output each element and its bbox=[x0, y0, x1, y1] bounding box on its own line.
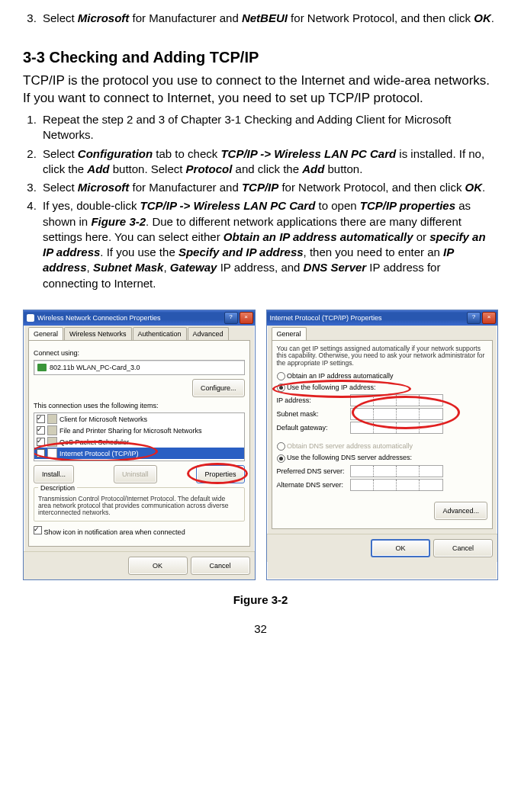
uninstall-button: Uninstall bbox=[114, 465, 157, 483]
subnet-row: Subnet mask: bbox=[277, 408, 488, 420]
pdns-input[interactable] bbox=[350, 465, 443, 477]
description-text: Transmission Control Protocol/Internet P… bbox=[38, 496, 240, 517]
panel-2: You can get IP settings assigned automat… bbox=[272, 340, 494, 529]
titlebar-1: Wireless Network Connection Properties ?… bbox=[24, 310, 255, 326]
checkbox-icon[interactable] bbox=[37, 415, 45, 423]
steps-list: Repeat the step 2 and 3 of Chapter 3-1 C… bbox=[23, 112, 498, 291]
tab-auth[interactable]: Authentication bbox=[133, 327, 187, 340]
description-group: Description Transmission Control Protoco… bbox=[34, 487, 245, 521]
list-item-selected[interactable]: Internet Protocol (TCP/IP) bbox=[34, 448, 244, 459]
configure-button[interactable]: Configure... bbox=[192, 379, 245, 397]
list-item[interactable]: File and Printer Sharing for Microsoft N… bbox=[34, 425, 244, 436]
adapter-name: 802.11b WLAN_PC-Card_3.0 bbox=[50, 363, 140, 372]
ip-input[interactable] bbox=[350, 394, 443, 406]
bottombar-2: OK Cancel bbox=[267, 534, 498, 562]
radio-obtain-ip[interactable]: Obtain an IP address automatically bbox=[277, 371, 488, 380]
subnet-input[interactable] bbox=[350, 408, 443, 420]
list-item[interactable]: Client for Microsoft Networks bbox=[34, 413, 244, 425]
show-icon-row[interactable]: Show icon in notification area when conn… bbox=[34, 526, 245, 537]
bottombar-1: OK Cancel bbox=[24, 551, 255, 579]
checkbox-icon[interactable] bbox=[37, 438, 45, 446]
window-title-2: Internet Protocol (TCP/IP) Properties bbox=[270, 313, 382, 323]
titlebar-2: Internet Protocol (TCP/IP) Properties ? … bbox=[267, 310, 498, 326]
client-icon bbox=[47, 414, 57, 424]
radio-icon[interactable] bbox=[277, 454, 285, 463]
protocol-icon bbox=[47, 448, 57, 458]
pdns-row: Preferred DNS server: bbox=[277, 465, 488, 477]
radio-label: Use the following DNS server addresses: bbox=[287, 454, 412, 461]
tab-general[interactable]: General bbox=[28, 327, 63, 340]
cancel-button[interactable]: Cancel bbox=[433, 539, 493, 557]
radio-label: Obtain an IP address automatically bbox=[287, 372, 393, 380]
step-2: Select Configuration tab to check TCP/IP… bbox=[40, 146, 498, 178]
connect-using-label: Connect using: bbox=[34, 348, 245, 358]
checkbox-icon[interactable] bbox=[37, 426, 45, 435]
gateway-input[interactable] bbox=[350, 422, 443, 434]
adns-input[interactable] bbox=[350, 479, 443, 491]
adapter-icon bbox=[37, 364, 47, 371]
tabs-1: General Wireless Networks Authentication… bbox=[28, 327, 250, 340]
tabs-2: General bbox=[272, 327, 494, 340]
radio-use-ip[interactable]: Use the following IP address: bbox=[277, 383, 488, 392]
tab-advanced[interactable]: Advanced bbox=[188, 327, 229, 340]
step-3: Select Microsoft for Manufacturer and TC… bbox=[40, 180, 498, 195]
prev-steps-list: Select Microsoft for Manufacturer and Ne… bbox=[23, 11, 498, 26]
tab-general-2[interactable]: General bbox=[272, 327, 307, 340]
ip-row: IP address: bbox=[277, 394, 488, 406]
step-4: If yes, double-click TCP/IP -> Wireless … bbox=[40, 198, 498, 291]
cancel-button[interactable]: Cancel bbox=[191, 557, 250, 575]
radio-icon[interactable] bbox=[277, 384, 285, 392]
tab-wireless[interactable]: Wireless Networks bbox=[64, 327, 132, 340]
close-button[interactable]: × bbox=[240, 312, 253, 324]
advanced-button[interactable]: Advanced... bbox=[434, 502, 487, 520]
service-icon bbox=[47, 437, 57, 447]
radio-icon[interactable] bbox=[277, 372, 285, 380]
figure-caption: Figure 3-2 bbox=[23, 592, 498, 608]
gateway-row: Default gateway: bbox=[277, 422, 488, 434]
ok-button[interactable]: OK bbox=[371, 539, 430, 557]
properties-button[interactable]: Properties bbox=[196, 465, 244, 483]
prev-step-3: Select Microsoft for Manufacturer and Ne… bbox=[40, 11, 498, 26]
help-button[interactable]: ? bbox=[467, 312, 481, 324]
section-heading: 3-3 Checking and Adding TCP/IP bbox=[23, 47, 498, 68]
radio-icon bbox=[277, 442, 285, 451]
radio-obtain-dns: Obtain DNS server address automatically bbox=[277, 441, 488, 451]
adapter-box: 802.11b WLAN_PC-Card_3.0 bbox=[34, 360, 245, 375]
uses-label: This connection uses the following items… bbox=[34, 401, 245, 410]
intro-paragraph: TCP/IP is the protocol you use to connec… bbox=[23, 72, 498, 108]
install-button[interactable]: Install... bbox=[34, 465, 74, 483]
radio-label: Use the following IP address: bbox=[287, 384, 375, 391]
service-icon bbox=[47, 425, 57, 435]
window-title-1: Wireless Network Connection Properties bbox=[37, 313, 161, 323]
show-icon-label: Show icon in notification area when conn… bbox=[44, 528, 185, 536]
figure-row: Wireless Network Connection Properties ?… bbox=[23, 310, 498, 580]
adns-row: Alternate DNS server: bbox=[277, 479, 488, 491]
radio-use-dns[interactable]: Use the following DNS server addresses: bbox=[277, 453, 488, 462]
step-1: Repeat the step 2 and 3 of Chapter 3-1 C… bbox=[40, 112, 498, 143]
list-item[interactable]: QoS Packet Scheduler bbox=[34, 436, 244, 448]
panel-1: Connect using: 802.11b WLAN_PC-Card_3.0 … bbox=[28, 340, 250, 547]
hint-text: You can get IP settings assigned automat… bbox=[277, 345, 488, 367]
ok-button[interactable]: OK bbox=[128, 557, 188, 575]
description-label: Description bbox=[38, 484, 77, 492]
connection-properties-window: Wireless Network Connection Properties ?… bbox=[23, 310, 256, 580]
components-listbox[interactable]: Client for Microsoft Networks File and P… bbox=[34, 412, 245, 461]
checkbox-icon[interactable] bbox=[37, 449, 45, 457]
help-button[interactable]: ? bbox=[224, 312, 238, 324]
win-icon bbox=[27, 314, 34, 322]
checkbox-icon[interactable] bbox=[34, 526, 42, 534]
page-number: 32 bbox=[23, 621, 498, 637]
radio-label: Obtain DNS server address automatically bbox=[287, 442, 413, 450]
close-button[interactable]: × bbox=[482, 312, 496, 324]
tcpip-properties-window: Internet Protocol (TCP/IP) Properties ? … bbox=[266, 310, 499, 580]
